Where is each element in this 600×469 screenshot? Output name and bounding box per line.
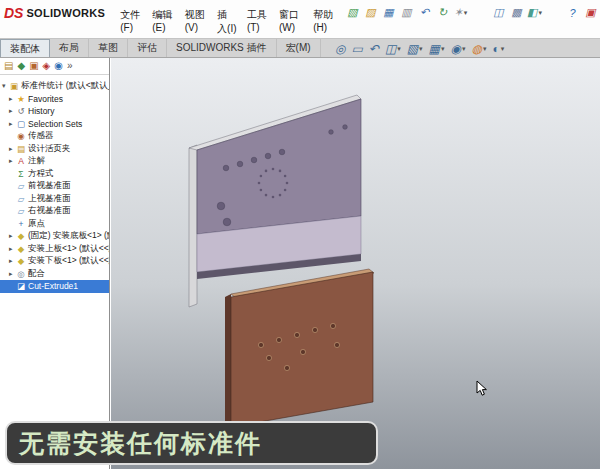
plane-icon: ▱ xyxy=(16,182,26,191)
displaymanager-icon[interactable]: ◉ xyxy=(54,61,63,71)
app-name: SOLIDWORKS xyxy=(26,7,105,19)
cut-extrude-icon: ◪ xyxy=(16,282,26,291)
tree-item-top-plane[interactable]: ▱ 上视基准面 xyxy=(0,193,109,206)
edit-appearance-icon[interactable]: ◍▾ xyxy=(471,43,486,55)
tree-item-label: History xyxy=(26,106,109,116)
display-style-icon[interactable]: ▦▾ xyxy=(429,43,445,55)
tree-item-history[interactable]: ▸ ↺ History xyxy=(0,105,109,118)
apply-scene-icon[interactable]: ◐▾ xyxy=(492,43,504,55)
graphics-area[interactable] xyxy=(111,58,600,469)
help-icon[interactable]: ? xyxy=(565,5,580,20)
upper-plate-face[interactable] xyxy=(197,99,361,234)
tree-item-label: (固定) 安装底板<1> (默认<< xyxy=(26,230,109,242)
menu-edit[interactable]: 编辑(E) xyxy=(147,6,179,38)
menu-help[interactable]: 帮助(H) xyxy=(308,6,341,38)
tree-item-label: 上视基准面 xyxy=(26,193,109,205)
tree-item-label: 配合 xyxy=(26,268,109,280)
menu-window[interactable]: 窗口(W) xyxy=(274,6,308,38)
menu-insert[interactable]: 插入(I) xyxy=(212,6,242,38)
save-icon[interactable]: ▦ xyxy=(381,5,396,20)
tree-item-mates[interactable]: ▸ ◎ 配合 xyxy=(0,268,109,281)
section-tool-icon[interactable]: ◧▾ xyxy=(527,5,542,20)
tab-layout[interactable]: 布局 xyxy=(50,39,89,57)
dimxpertmanager-icon[interactable]: ◈ xyxy=(43,61,51,71)
expand-arrow-icon[interactable]: ▸ xyxy=(9,145,16,153)
feature-tree: ▾ ▣ 标准件统计 (默认<默认_显示状 ▸ ★ Favorites ▸ ↺ H… xyxy=(0,75,109,293)
expand-arrow-icon[interactable]: ▸ xyxy=(9,120,16,128)
tree-item-sensors[interactable]: ◉ 传感器 xyxy=(0,130,109,143)
tree-item-front-plane[interactable]: ▱ 前视基准面 xyxy=(0,180,109,193)
selection-set-icon: ▢ xyxy=(16,120,26,129)
plane-icon: ▱ xyxy=(16,207,26,216)
tab-sketch[interactable]: 草图 xyxy=(89,39,128,57)
tree-item-label: 设计活页夹 xyxy=(26,143,109,155)
tree-item-label: 安装下板<1> (默认<<默认_ xyxy=(26,255,109,267)
tree-item-right-plane[interactable]: ▱ 右视基准面 xyxy=(0,205,109,218)
tree-item-label: Favorites xyxy=(26,94,109,104)
tab-solidworks-addins[interactable]: SOLIDWORKS 插件 xyxy=(167,39,277,57)
tree-item-design-binder[interactable]: ▸ ▤ 设计活页夹 xyxy=(0,143,109,156)
expand-arrow-icon[interactable]: ▸ xyxy=(9,157,16,165)
tree-item-assembly-root[interactable]: ▾ ▣ 标准件统计 (默认<默认_显示状 xyxy=(0,80,109,93)
part-icon: ◆ xyxy=(16,245,26,254)
subtitle-overlay: 无需安装任何标准件 xyxy=(5,421,378,465)
tree-item-favorites[interactable]: ▸ ★ Favorites xyxy=(0,93,109,106)
featuremanager-tree-icon[interactable]: ▤ xyxy=(4,61,13,71)
propertymanager-icon[interactable]: ◆ xyxy=(17,61,25,71)
tree-item-base-plate[interactable]: ▸ ◆ (固定) 安装底板<1> (默认<< xyxy=(0,230,109,243)
tree-item-origin[interactable]: + 原点 xyxy=(0,218,109,231)
tree-item-upper-plate[interactable]: ▸ ◆ 安装上板<1> (默认<<默认_ xyxy=(0,243,109,256)
new-document-icon[interactable]: ▧ xyxy=(345,5,360,20)
expand-arrow-icon[interactable]: ▾ xyxy=(2,82,9,90)
assembly-model[interactable] xyxy=(111,58,600,469)
previous-view-icon[interactable]: ↶ xyxy=(369,43,379,55)
measure-icon[interactable]: ◫ xyxy=(491,5,506,20)
tree-item-lower-plate[interactable]: ▸ ◆ 安装下板<1> (默认<<默认_ xyxy=(0,255,109,268)
tree-item-annotations[interactable]: ▸ A 注解 xyxy=(0,155,109,168)
hide-show-items-icon[interactable]: ◉▾ xyxy=(450,43,465,55)
mouse-cursor xyxy=(476,380,488,398)
options-icon[interactable]: ✶▾ xyxy=(453,5,468,20)
chevron-down-icon: ▾ xyxy=(483,45,487,52)
tree-item-label: Cut-Extrude1 xyxy=(26,281,109,291)
tree-item-label: 原点 xyxy=(26,218,109,230)
chevron-down-icon: ▾ xyxy=(538,9,542,17)
star-icon: ★ xyxy=(16,95,26,104)
configurationmanager-icon[interactable]: ▣ xyxy=(29,61,38,71)
menu-file[interactable]: 文件(F) xyxy=(115,6,147,38)
zoom-area-icon[interactable]: ▭ xyxy=(351,43,362,55)
undo-icon[interactable]: ↶ xyxy=(417,5,432,20)
expand-arrow-icon[interactable]: ▸ xyxy=(9,257,16,265)
expand-arrow-icon[interactable]: ▸ xyxy=(9,95,16,103)
open-document-icon[interactable]: ▨ xyxy=(363,5,378,20)
tree-item-cut-extrude1[interactable]: ◪ Cut-Extrude1 xyxy=(0,280,109,293)
tab-assembly[interactable]: 装配体 xyxy=(0,39,50,57)
menu-view[interactable]: 视图(V) xyxy=(180,6,212,38)
tab-evaluate[interactable]: 评估 xyxy=(128,39,167,57)
expand-arrow-icon[interactable]: ▸ xyxy=(9,270,16,278)
zoom-fit-icon[interactable]: ◎ xyxy=(335,43,345,55)
headsup-view-toolbar: ◎ ▭ ↶ ◫▾ ▧▾ ▦▾ ◉▾ ◍▾ ◐▾ xyxy=(335,39,504,58)
mass-properties-icon[interactable]: ▩ xyxy=(509,5,524,20)
part-icon: ◆ xyxy=(16,257,26,266)
menubar: DS SOLIDWORKS 文件(F) 编辑(E) 视图(V) 插入(I) 工具… xyxy=(0,0,600,38)
expand-arrow-icon[interactable]: ▸ xyxy=(9,232,16,240)
expand-arrow-icon[interactable]: ▸ xyxy=(9,245,16,253)
tree-item-equations[interactable]: Σ 方程式 xyxy=(0,168,109,181)
print-icon[interactable]: ▥ xyxy=(399,5,414,20)
featuremanager-tab-strip: ▤ ◆ ▣ ◈ ◉ » xyxy=(0,58,109,75)
tab-macro[interactable]: 宏(M) xyxy=(277,39,321,57)
section-view-icon[interactable]: ◫▾ xyxy=(385,43,401,55)
chevron-down-icon: ▾ xyxy=(419,45,423,52)
view-orientation-icon[interactable]: ▧▾ xyxy=(407,43,423,55)
tree-item-selection-sets[interactable]: ▸ ▢ Selection Sets xyxy=(0,118,109,131)
resources-icon[interactable]: ▣ xyxy=(583,5,598,20)
menu-tools[interactable]: 工具(T) xyxy=(242,6,274,38)
tree-item-label: 安装上板<1> (默认<<默认_ xyxy=(26,243,109,255)
tree-item-label: 标准件统计 (默认<默认_显示状 xyxy=(19,80,109,92)
rebuild-icon[interactable]: ↻ xyxy=(435,5,450,20)
chevron-down-icon: ▾ xyxy=(462,45,466,52)
tree-item-label: 注解 xyxy=(26,155,109,167)
expand-arrow-icon[interactable]: ▸ xyxy=(9,107,16,115)
panel-flyout-icon[interactable]: » xyxy=(67,61,73,71)
